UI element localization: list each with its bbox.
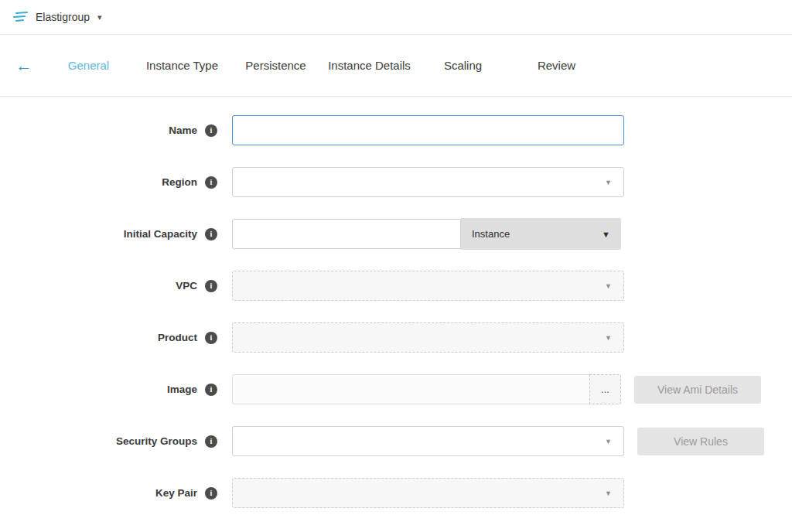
tab-instance-details[interactable]: Instance Details [323,59,416,72]
image-label-cell: Image i [0,384,217,396]
product-field-cell: ▼ [232,322,624,353]
product-label-cell: Product i [0,332,217,344]
security-groups-label: Security Groups [116,435,197,447]
initial-capacity-input[interactable] [232,219,461,249]
image-input[interactable] [232,374,590,404]
key-pair-dropdown: ▼ [232,478,624,508]
security-groups-field-cell: ▼ View Rules [232,426,764,456]
info-icon[interactable]: i [205,384,217,396]
info-icon[interactable]: i [205,332,217,344]
key-pair-label: Key Pair [155,487,197,499]
info-icon[interactable]: i [205,435,217,448]
form-row-product: Product i ▼ [0,322,792,353]
name-input[interactable] [232,115,624,145]
form-row-security-groups: Security Groups i ▼ View Rules [0,426,792,456]
view-rules-button[interactable]: View Rules [637,428,764,455]
image-field-cell: ... View Ami Details [232,374,761,404]
back-arrow-icon[interactable]: ← [15,57,32,74]
capacity-unit-value: Instance [472,228,510,240]
capacity-unit-dropdown[interactable]: Instance ▼ [461,218,621,250]
image-browse-button[interactable]: ... [589,374,621,404]
product-label: Product [158,332,197,343]
initial-capacity-label-cell: Initial Capacity i [0,228,217,240]
tab-instance-type[interactable]: Instance Type [135,59,229,72]
tab-review[interactable]: Review [510,59,603,72]
chevron-down-icon: ▼ [605,438,612,445]
info-icon[interactable]: i [205,487,217,500]
form-row-vpc: VPC i ▼ [0,271,792,301]
info-icon[interactable]: i [205,176,217,189]
image-label: Image [167,384,197,395]
tab-general[interactable]: General [42,59,135,72]
chevron-down-icon: ▼ [605,179,612,186]
name-label: Name [169,124,197,136]
key-pair-label-cell: Key Pair i [0,487,217,500]
form-row-name: Name i [0,115,792,145]
key-pair-field-cell: ▼ [232,478,624,508]
product-dropdown: ▼ [232,322,624,353]
chevron-down-icon: ▼ [605,489,612,497]
wizard-tab-bar: ← General Instance Type Persistence Inst… [0,35,792,97]
chevron-down-icon: ▼ [605,334,612,342]
view-ami-details-button[interactable]: View Ami Details [634,376,761,404]
name-label-cell: Name i [0,124,217,137]
info-icon[interactable]: i [205,124,217,137]
info-icon[interactable]: i [205,280,217,292]
vpc-label: VPC [176,280,197,292]
form-row-initial-capacity: Initial Capacity i Instance ▼ [0,219,792,249]
chevron-down-icon: ▼ [602,230,610,239]
tab-persistence[interactable]: Persistence [229,59,323,72]
chevron-down-icon: ▼ [605,282,612,290]
vpc-field-cell: ▼ [232,271,624,301]
form-row-key-pair: Key Pair i ▼ [0,478,792,508]
initial-capacity-field-cell: Instance ▼ [232,218,621,250]
security-groups-dropdown[interactable]: ▼ [232,426,624,456]
form-row-region: Region i ▼ [0,167,792,197]
elastigroup-logo-icon [12,10,29,24]
top-bar: Elastigroup ▾ [0,0,792,35]
region-field-cell: ▼ [232,167,624,197]
product-switcher[interactable]: Elastigroup [36,11,90,23]
general-form: Name i Region i ▼ Initial Capacity i Ins [0,97,792,508]
initial-capacity-label: Initial Capacity [124,228,197,240]
region-label: Region [162,176,197,188]
region-label-cell: Region i [0,176,217,189]
vpc-dropdown: ▼ [232,271,624,301]
form-row-image: Image i ... View Ami Details [0,374,792,404]
chevron-down-icon[interactable]: ▾ [97,12,102,22]
region-dropdown[interactable]: ▼ [232,167,624,197]
info-icon[interactable]: i [205,228,217,240]
security-groups-label-cell: Security Groups i [0,435,217,448]
name-field-cell [232,115,624,145]
tab-scaling[interactable]: Scaling [416,59,510,72]
vpc-label-cell: VPC i [0,280,217,292]
